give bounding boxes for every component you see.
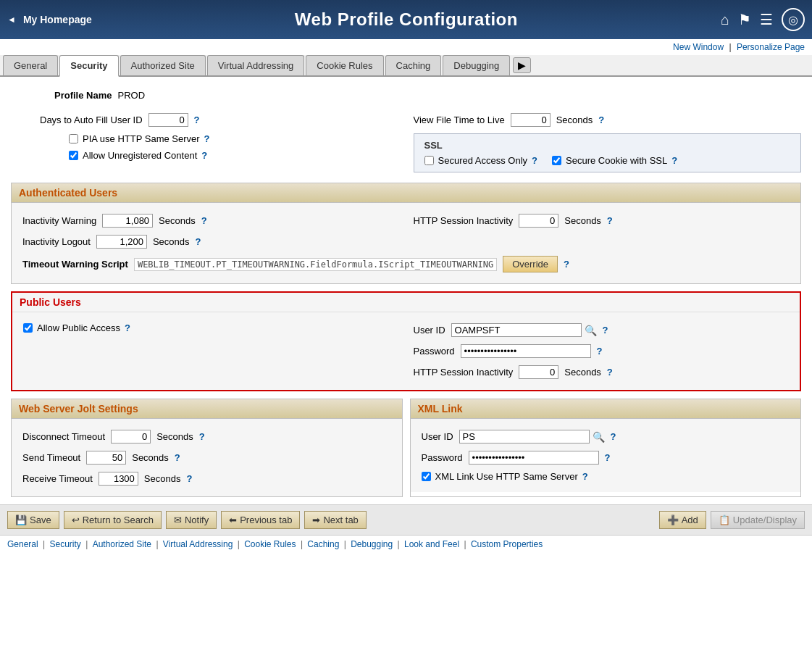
sep6: | [344, 539, 348, 549]
tab-authorized-site[interactable]: Authorized Site [120, 55, 206, 75]
public-user-id-help[interactable]: ? [603, 325, 608, 336]
tab-debugging[interactable]: Debugging [443, 55, 510, 75]
allow-unregistered-checkbox[interactable] [69, 151, 78, 160]
update-display-button: 📋 Update/Display [711, 511, 805, 529]
xml-user-id-help[interactable]: ? [611, 431, 616, 442]
pia-http-checkbox[interactable] [69, 134, 78, 143]
bottom-nav-authorized-site[interactable]: Authorized Site [93, 539, 151, 549]
inactivity-warning-help[interactable]: ? [201, 215, 207, 226]
receive-timeout-help[interactable]: ? [186, 473, 192, 484]
inactivity-logout-input[interactable] [96, 235, 147, 249]
override-button[interactable]: Override [503, 256, 558, 272]
allow-public-access-checkbox[interactable] [23, 323, 33, 333]
allow-unregistered-help[interactable]: ? [201, 150, 207, 161]
public-password-help[interactable]: ? [597, 346, 603, 357]
notify-button[interactable]: ✉ Notify [166, 511, 217, 529]
inactivity-logout-help[interactable]: ? [196, 236, 201, 247]
days-auto-fill-help[interactable]: ? [194, 114, 200, 125]
new-window-link[interactable]: New Window [673, 42, 724, 52]
save-icon: 💾 [15, 515, 27, 525]
allow-unregistered-row: Allow Unregistered Content ? [11, 147, 399, 164]
bottom-nav-custom-properties[interactable]: Custom Properties [471, 539, 543, 549]
homepage-back-button[interactable]: My Homepage [7, 14, 92, 25]
xml-http-row: XML Link Use HTTP Same Server ? [422, 468, 790, 485]
secure-cookie-help[interactable]: ? [671, 155, 677, 166]
xml-http-help[interactable]: ? [582, 471, 588, 482]
add-button[interactable]: ➕ Add [659, 511, 706, 529]
timeout-script-help[interactable]: ? [564, 259, 569, 270]
public-right: User ID 🔍 ? Password ? HTTP Session Ina [414, 320, 790, 383]
public-user-id-input[interactable] [451, 323, 582, 337]
bottom-nav-security[interactable]: Security [50, 539, 81, 549]
bottom-nav-debugging[interactable]: Debugging [351, 539, 393, 549]
tab-security[interactable]: Security [59, 55, 118, 77]
sep8: | [464, 539, 468, 549]
tab-virtual-addressing[interactable]: Virtual Addressing [207, 55, 305, 75]
xml-password-input[interactable] [469, 451, 599, 465]
inactivity-warning-unit: Seconds [159, 215, 196, 226]
public-user-id-input-group: 🔍 [451, 323, 597, 337]
menu-icon[interactable]: ☰ [760, 11, 773, 28]
bottom-nav: General | Security | Authorized Site | V… [0, 535, 812, 553]
tab-general[interactable]: General [3, 55, 58, 75]
bottom-nav-look-and-feel[interactable]: Look and Feel [404, 539, 459, 549]
sep5: | [301, 539, 305, 549]
public-password-input[interactable] [461, 344, 591, 358]
http-session-help[interactable]: ? [607, 215, 613, 226]
bottom-nav-cookie-rules[interactable]: Cookie Rules [244, 539, 296, 549]
receive-timeout-input[interactable] [99, 472, 138, 486]
secured-access-label: Secured Access Only [438, 155, 528, 166]
bottom-nav-virtual-addressing[interactable]: Virtual Addressing [163, 539, 233, 549]
update-icon: 📋 [719, 515, 730, 525]
secure-cookie-row: Secure Cookie with SSL ? [552, 155, 677, 166]
view-file-time-input[interactable] [511, 113, 551, 127]
return-to-search-button[interactable]: ↩ Return to Search [64, 511, 162, 529]
inactivity-warning-input[interactable] [102, 214, 153, 228]
secure-cookie-checkbox[interactable] [552, 156, 561, 165]
xml-link-header: XML Link [411, 399, 801, 419]
ssl-box: SSL Secured Access Only ? Secure Cookie … [414, 133, 802, 172]
secured-access-checkbox[interactable] [424, 156, 434, 165]
flag-icon[interactable]: ⚑ [738, 11, 751, 28]
tab-cookie-rules[interactable]: Cookie Rules [306, 55, 383, 75]
prev-tab-icon: ⬅ [229, 515, 237, 525]
days-auto-fill-input[interactable] [148, 113, 188, 127]
pia-http-help[interactable]: ? [204, 133, 210, 144]
auth-right: HTTP Session Inactivity Seconds ? [414, 210, 790, 231]
bottom-nav-general[interactable]: General [7, 539, 38, 549]
xml-user-id-search-icon[interactable]: 🔍 [593, 431, 605, 443]
tab-more-button[interactable]: ▶ [513, 57, 531, 73]
http-session-input[interactable] [519, 214, 558, 228]
disconnect-timeout-input[interactable] [111, 430, 151, 443]
public-http-session-row: HTTP Session Inactivity Seconds ? [414, 362, 790, 383]
ssl-row: Secured Access Only ? Secure Cookie with… [424, 155, 791, 166]
disconnect-timeout-help[interactable]: ? [199, 431, 205, 442]
next-tab-icon: ➡ [312, 515, 320, 525]
bottom-nav-caching[interactable]: Caching [307, 539, 339, 549]
sep2: | [85, 539, 90, 549]
personalize-link[interactable]: Personalize Page [737, 42, 805, 52]
secured-access-help[interactable]: ? [532, 155, 537, 166]
previous-tab-button[interactable]: ⬅ Previous tab [221, 511, 300, 529]
public-http-session-input[interactable] [519, 365, 558, 379]
send-timeout-input[interactable] [86, 451, 126, 465]
xml-user-id-input[interactable] [459, 430, 590, 443]
timeout-script-value: WEBLIB_TIMEOUT.PT_TIMEOUTWARNING.FieldFo… [134, 258, 497, 271]
public-user-id-search-icon[interactable]: 🔍 [585, 325, 597, 336]
public-users-row: Allow Public Access ? User ID 🔍 ? [23, 320, 789, 383]
compass-icon[interactable]: ◎ [782, 8, 805, 31]
public-http-session-help[interactable]: ? [607, 367, 613, 378]
tab-caching[interactable]: Caching [385, 55, 442, 75]
save-button[interactable]: 💾 Save [7, 511, 59, 529]
public-http-session-label: HTTP Session Inactivity [414, 367, 514, 378]
home-icon[interactable]: ⌂ [721, 12, 729, 28]
allow-public-access-help[interactable]: ? [125, 322, 130, 333]
xml-http-checkbox[interactable] [422, 472, 431, 481]
timeout-warning-row: Timeout Warning Script WEBLIB_TIMEOUT.PT… [22, 252, 790, 276]
inactivity-logout-label: Inactivity Logout [22, 236, 91, 247]
view-file-time-help[interactable]: ? [598, 114, 604, 125]
next-tab-button[interactable]: ➡ Next tab [304, 511, 366, 529]
page-title: Web Profile Configuration [92, 9, 721, 30]
xml-password-help[interactable]: ? [605, 452, 611, 463]
send-timeout-help[interactable]: ? [175, 452, 180, 463]
